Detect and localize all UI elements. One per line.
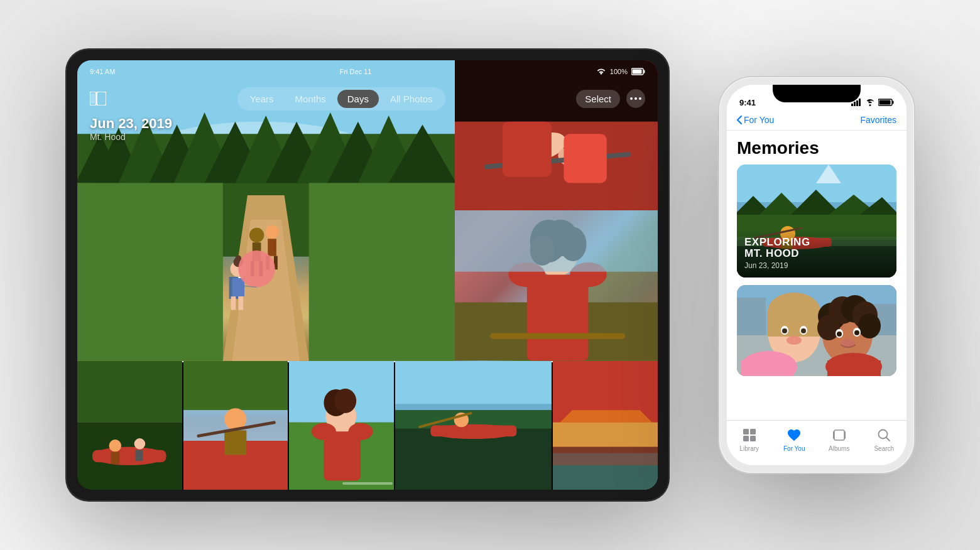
svg-point-25 — [265, 225, 278, 239]
svg-rect-69 — [92, 450, 166, 462]
back-button[interactable]: For You — [737, 115, 774, 125]
favorites-button[interactable]: Favorites — [860, 115, 896, 125]
ipad-battery-pct: 100% — [610, 68, 628, 75]
svg-rect-20 — [309, 183, 455, 360]
library-svg — [742, 428, 757, 443]
svg-rect-66 — [77, 361, 182, 423]
more-button[interactable] — [626, 89, 645, 108]
photo-canoe-forest[interactable] — [77, 361, 182, 490]
tab-search[interactable]: Search — [862, 427, 907, 452]
svg-marker-101 — [560, 410, 653, 423]
tab-months[interactable]: Months — [285, 90, 336, 108]
svg-rect-64 — [490, 333, 625, 340]
photo-woman-sitting[interactable] — [289, 361, 394, 490]
memory-card-selfie[interactable] — [737, 285, 896, 376]
search-label: Search — [874, 445, 894, 452]
svg-rect-78 — [224, 430, 246, 455]
ipad-toolbar-right: Select — [576, 89, 645, 108]
svg-rect-36 — [238, 296, 243, 310]
selfie-scene-svg — [737, 285, 896, 376]
memory-card-bg-selfie — [737, 285, 896, 376]
select-button[interactable]: Select — [576, 90, 620, 108]
svg-rect-116 — [859, 99, 861, 106]
iphone-wifi-icon — [865, 99, 875, 106]
svg-rect-167 — [743, 436, 749, 441]
svg-rect-143 — [768, 311, 820, 337]
ipad-frame: 9:41 AM Fri Dec 11 100% — [66, 49, 669, 501]
svg-rect-34 — [232, 278, 245, 296]
svg-rect-74 — [183, 361, 288, 410]
iphone-time: 9:41 — [739, 98, 756, 107]
memory-overlay: EXPLORINGMT. HOOD Jun 23, 2019 — [737, 229, 896, 278]
ipad-toolbar: Years Months Days All Photos Select — [77, 83, 658, 114]
iphone-side-button-power — [914, 140, 916, 178]
ipad-time: 9:41 AM — [90, 68, 115, 75]
svg-point-156 — [858, 313, 881, 338]
svg-rect-168 — [750, 436, 756, 441]
sidebar-toggle-button[interactable] — [90, 92, 106, 105]
svg-rect-95 — [455, 427, 466, 436]
iphone-frame: 9:41 — [719, 77, 914, 473]
tab-albums[interactable]: Albums — [817, 427, 862, 452]
scene: 9:41 AM Fri Dec 11 100% — [0, 0, 980, 550]
tab-years[interactable]: Years — [240, 90, 284, 108]
albums-svg — [832, 428, 847, 443]
svg-point-70 — [109, 439, 122, 452]
svg-rect-61 — [526, 275, 588, 361]
svg-rect-113 — [851, 104, 853, 106]
ipad-tab-bar: Years Months Days All Photos — [237, 87, 445, 111]
svg-rect-19 — [77, 183, 223, 360]
svg-point-111 — [634, 97, 637, 100]
photo-red-canoe-reflection[interactable] — [553, 361, 658, 490]
chevron-left-icon — [737, 116, 742, 124]
svg-rect-65 — [455, 210, 658, 272]
iphone-content: Memories — [727, 131, 906, 420]
memory-card-title: EXPLORINGMT. HOOD — [744, 237, 889, 260]
back-label: For You — [744, 115, 774, 125]
svg-rect-26 — [268, 239, 276, 256]
svg-rect-109 — [91, 94, 95, 104]
svg-rect-108 — [97, 92, 106, 105]
for-you-svg — [787, 428, 802, 443]
svg-point-37 — [238, 251, 275, 288]
svg-rect-114 — [854, 102, 856, 106]
search-svg — [877, 428, 891, 442]
ipad-wifi-icon — [596, 68, 606, 75]
iphone-nav-bar: For You Favorites — [727, 112, 906, 131]
svg-rect-103 — [553, 447, 658, 465]
iphone-device: 9:41 — [719, 77, 914, 473]
iphone-notch — [773, 85, 861, 102]
memory-card-date: Jun 23, 2019 — [744, 261, 889, 270]
svg-point-149 — [801, 328, 806, 333]
svg-point-21 — [249, 228, 264, 242]
albums-icon — [831, 427, 847, 443]
ipad-screen: 9:41 AM Fri Dec 11 100% — [77, 60, 658, 490]
iphone-side-button-mute — [717, 115, 719, 131]
svg-rect-73 — [136, 450, 143, 461]
ellipsis-icon — [630, 97, 641, 100]
photo-woman-red[interactable] — [455, 210, 658, 360]
iphone-side-button-vol-down — [717, 165, 719, 187]
photo-canoe-lake[interactable] — [395, 361, 552, 490]
iphone-status-icons — [851, 99, 894, 106]
ipad-date: Fri Dec 11 — [340, 68, 372, 75]
ipad-status-bar: 9:41 AM Fri Dec 11 100% — [77, 60, 658, 83]
photo-canoe-man[interactable] — [183, 361, 288, 490]
bottom-photo-row — [77, 361, 658, 490]
svg-rect-159 — [827, 360, 881, 376]
tab-all-photos[interactable]: All Photos — [380, 90, 443, 108]
search-icon — [876, 427, 892, 443]
svg-rect-71 — [111, 451, 119, 464]
svg-rect-166 — [750, 429, 756, 434]
tab-for-you[interactable]: For You — [772, 427, 817, 452]
tab-library[interactable]: Library — [727, 427, 772, 452]
memory-card-mt-hood[interactable]: EXPLORINGMT. HOOD Jun 23, 2019 — [737, 164, 896, 278]
for-you-label: For You — [783, 445, 805, 452]
memories-title: Memories — [727, 131, 906, 164]
svg-rect-165 — [743, 429, 749, 434]
tab-days[interactable]: Days — [337, 90, 379, 108]
ipad-toolbar-left — [90, 92, 106, 105]
svg-point-72 — [134, 438, 146, 450]
svg-rect-105 — [644, 70, 645, 73]
sidebar-toggle-svg — [90, 92, 106, 105]
